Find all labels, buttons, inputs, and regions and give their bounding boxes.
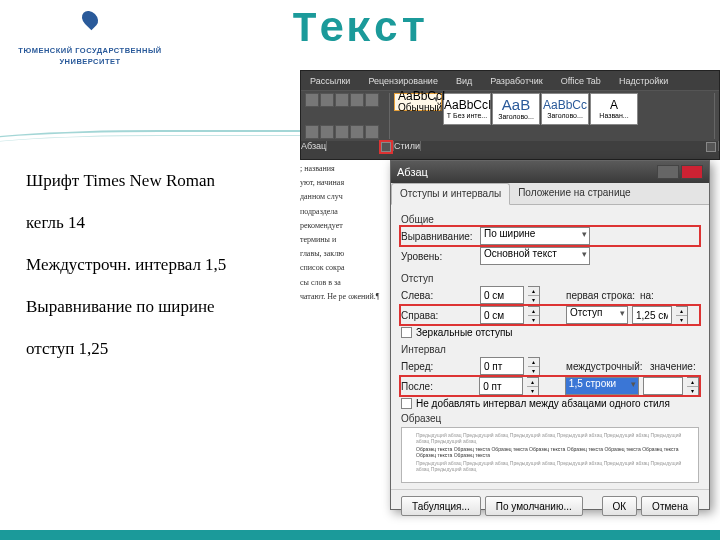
dont-add-space-checkbox[interactable] [401,398,412,409]
indent-icon[interactable] [350,93,364,107]
set-default-button[interactable]: По умолчанию... [485,496,583,516]
paragraph-dialog-launcher-icon[interactable] [381,142,391,152]
indent-left-input[interactable] [480,286,524,304]
space-after-input[interactable] [479,377,523,395]
background-document-text: ; названияуют, начинаяданном случ подраз… [300,160,390,440]
special-indent-select[interactable]: Отступ [566,306,628,324]
indent-icon[interactable] [365,93,379,107]
spin-up-icon[interactable]: ▴ [528,287,539,296]
tab-indents-spacing[interactable]: Отступы и интервалы [391,183,510,205]
slide-title: Текст [0,6,720,54]
group-label-styles: Стили [394,141,719,151]
style-normal[interactable]: AaBbCcIОбычный [394,93,442,111]
ribbon-group-styles: AaBbCcIОбычный AaBbCcIТ Без инте... AaBЗ… [394,93,715,139]
style-heading1[interactable]: AaBЗаголово... [492,93,540,125]
dialog-titlebar: Абзац [391,161,709,183]
styles-dialog-launcher-icon[interactable] [706,142,716,152]
tab-references[interactable]: Рассылки [301,76,359,86]
style-heading2[interactable]: AaBbCcЗаголово... [541,93,589,125]
ribbon-group-paragraph [305,93,390,139]
word-ribbon: Рассылки Рецензирование Вид Разработчик … [300,70,720,160]
spin-down-icon[interactable]: ▾ [528,296,539,304]
group-label-paragraph: Абзац [301,141,394,151]
list-icon[interactable] [305,93,319,107]
align-center-icon[interactable] [320,125,334,139]
align-left-icon[interactable] [305,125,319,139]
special-by-input[interactable] [632,306,672,324]
tab-developer[interactable]: Разработчик [481,76,551,86]
space-before-input[interactable] [480,357,524,375]
req-alignment: Выравнивание по ширине [26,296,296,318]
align-justify-icon[interactable] [350,125,364,139]
style-no-spacing[interactable]: AaBbCcIТ Без инте... [443,93,491,125]
preview-pane: Предыдущий абзац Предыдущий абзац Предыд… [401,427,699,483]
footer-bar [0,530,720,540]
close-icon[interactable] [681,165,703,179]
cancel-button[interactable]: Отмена [641,496,699,516]
help-icon[interactable] [657,165,679,179]
line-spacing-icon[interactable] [365,125,379,139]
paragraph-dialog: Абзац Отступы и интервалы Положение на с… [390,160,710,510]
alignment-select[interactable]: По ширине [480,227,590,245]
outline-level-select[interactable]: Основной текст [480,247,590,265]
formatting-requirements: Шрифт Times New Roman кегль 14 Междустро… [26,170,296,380]
req-font: Шрифт Times New Roman [26,170,296,192]
line-spacing-at-input[interactable] [643,377,683,395]
line-spacing-select[interactable]: 1,5 строки [565,377,639,395]
align-right-icon[interactable] [335,125,349,139]
tabs-button[interactable]: Табуляция... [401,496,481,516]
indent-right-input[interactable] [480,306,524,324]
list-icon[interactable] [320,93,334,107]
mirror-indents-checkbox[interactable] [401,327,412,338]
tab-view[interactable]: Вид [447,76,481,86]
tab-office[interactable]: Office Tab [552,76,610,86]
ribbon-tabs: Рассылки Рецензирование Вид Разработчик … [301,71,719,91]
req-size: кегль 14 [26,212,296,234]
list-icon[interactable] [335,93,349,107]
tab-line-page-breaks[interactable]: Положение на странице [510,183,638,204]
ok-button[interactable]: ОК [602,496,638,516]
tab-addins[interactable]: Надстройки [610,76,677,86]
style-title[interactable]: AНазван... [590,93,638,125]
req-line-spacing: Междустрочн. интервал 1,5 [26,254,296,276]
req-indent: отступ 1,25 [26,338,296,360]
tab-review[interactable]: Рецензирование [359,76,447,86]
